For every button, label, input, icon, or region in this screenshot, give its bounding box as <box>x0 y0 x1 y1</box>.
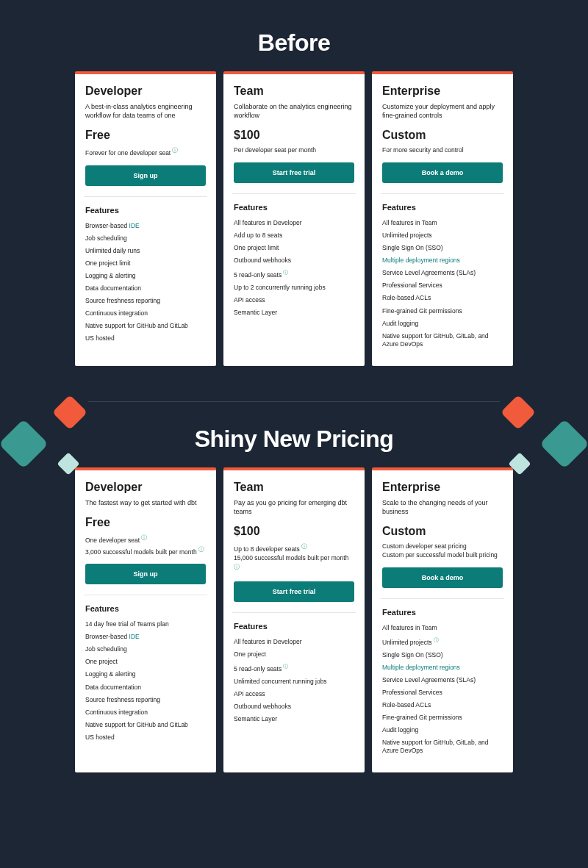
features-heading: Features <box>85 206 206 215</box>
feature-item: Native support for GitHub, GitLab, and A… <box>382 739 503 755</box>
feature-item: One project limit <box>85 259 206 268</box>
feature-item: All features in Team <box>382 624 503 632</box>
feature-item: Up to 2 concurrently running jobs <box>234 284 354 292</box>
feature-item: US hosted <box>85 734 206 742</box>
feature-item: Semantic Layer <box>234 715 354 723</box>
features-heading: Features <box>234 622 354 631</box>
info-icon[interactable]: ⓘ <box>300 543 307 550</box>
feature-item: Fine-grained Git permissions <box>382 714 503 722</box>
features-list: All features in TeamUnlimited projectsSi… <box>382 219 503 348</box>
feature-item: Role-based ACLs <box>382 701 503 709</box>
plan-tagline: Scale to the changing needs of your busi… <box>382 498 503 516</box>
feature-item: Service Level Agreements (SLAs) <box>382 676 503 684</box>
feature-item: Data documentation <box>85 684 206 692</box>
feature-item: 5 read-only seats ⓘ <box>234 269 354 279</box>
card-divider <box>84 196 207 197</box>
plan-name: Developer <box>85 481 206 494</box>
pricing-card: DeveloperThe fastest way to get started … <box>75 467 216 772</box>
feature-item: All features in Team <box>382 219 503 227</box>
feature-item: Logging & alerting <box>85 272 206 280</box>
plan-cta-button[interactable]: Sign up <box>85 165 206 186</box>
feature-item: Data documentation <box>85 284 206 293</box>
feature-item: Continuous integration <box>85 309 206 318</box>
card-divider <box>381 598 504 599</box>
feature-item: Audit logging <box>382 320 503 328</box>
info-icon[interactable]: ⓘ <box>432 637 439 642</box>
feature-item: Continuous integration <box>85 709 206 717</box>
feature-item: API access <box>234 296 354 304</box>
feature-item: Single Sign On (SSO) <box>382 651 503 659</box>
info-icon[interactable]: ⓘ <box>234 564 240 570</box>
card-divider <box>381 193 504 194</box>
feature-item: Source freshness reporting <box>85 696 206 704</box>
feature-item: Semantic Layer <box>234 309 354 317</box>
card-divider <box>232 612 356 613</box>
plan-price: Free <box>85 129 206 142</box>
feature-item: Multiple deployment regions <box>382 664 503 672</box>
pricing-card: EnterpriseScale to the changing needs of… <box>372 467 513 772</box>
feature-item: Logging & alerting <box>85 670 206 678</box>
feature-item: Professional Services <box>382 281 503 290</box>
card-divider <box>232 193 356 194</box>
card-divider <box>84 595 207 595</box>
plan-caption: Forever for one developer seat ⓘ <box>85 146 206 158</box>
plan-price: Custom <box>382 525 503 538</box>
feature-item: Fine-grained Git permissions <box>382 307 503 315</box>
plan-cta-button[interactable]: Start free trial <box>234 581 354 602</box>
info-icon[interactable]: ⓘ <box>197 546 204 553</box>
feature-item: Native support for GitHub, GitLab, and A… <box>382 332 503 348</box>
feature-item: Outbound webhooks <box>234 703 354 711</box>
plan-tagline: The fastest way to get started with dbt <box>85 498 206 507</box>
feature-item: Single Sign On (SSO) <box>382 244 503 252</box>
pricing-card: TeamCollaborate on the analytics enginee… <box>223 71 365 366</box>
plan-tagline: Collaborate on the analytics engineering… <box>234 102 354 120</box>
feature-item: All features in Developer <box>234 219 354 227</box>
plan-name: Team <box>234 481 354 494</box>
feature-item: Browser-based IDE <box>85 222 206 230</box>
feature-item: Outbound webhooks <box>234 257 354 265</box>
plan-caption: Up to 8 developer seats ⓘ15,000 successf… <box>234 542 354 574</box>
feature-item: Unlimited concurrent running jobs <box>234 678 354 686</box>
plan-price: Free <box>85 516 206 529</box>
features-heading: Features <box>85 604 206 613</box>
feature-item: Multiple deployment regions <box>382 257 503 265</box>
feature-item: Unlimited projects ⓘ <box>382 636 503 647</box>
plan-cta-button[interactable]: Book a demo <box>382 162 503 183</box>
feature-item: Job scheduling <box>85 234 206 243</box>
plan-price: $100 <box>234 129 354 142</box>
info-icon[interactable]: ⓘ <box>282 270 288 275</box>
features-list: Browser-based IDEJob schedulingUnlimited… <box>85 222 206 342</box>
info-icon[interactable]: ⓘ <box>171 147 178 154</box>
info-icon[interactable]: ⓘ <box>282 664 288 669</box>
pricing-card: TeamPay as you go pricing for emerging d… <box>223 467 365 772</box>
plan-price: Custom <box>382 129 503 142</box>
feature-item: Job scheduling <box>85 645 206 653</box>
feature-link[interactable]: IDE <box>129 633 140 640</box>
plan-name: Enterprise <box>382 481 503 494</box>
plan-caption: Per developer seat per month <box>234 146 354 155</box>
plan-name: Enterprise <box>382 85 503 98</box>
pricing-card: DeveloperA best-in-class analytics engin… <box>75 71 216 366</box>
plan-tagline: Customize your deployment and apply fine… <box>382 102 503 120</box>
plan-name: Developer <box>85 85 206 98</box>
feature-item: Role-based ACLs <box>382 294 503 302</box>
plan-cta-button[interactable]: Book a demo <box>382 567 503 588</box>
feature-link[interactable]: IDE <box>129 222 140 229</box>
plan-caption: Custom developer seat pricingCustom per … <box>382 542 503 560</box>
plan-cta-button[interactable]: Start free trial <box>234 162 354 183</box>
feature-item: Source freshness reporting <box>85 297 206 305</box>
feature-item: US hosted <box>85 334 206 342</box>
feature-item: Audit logging <box>382 726 503 734</box>
feature-item: Browser-based IDE <box>85 633 206 641</box>
plan-caption: One developer seat ⓘ3,000 successful mod… <box>85 534 206 556</box>
feature-item: Unlimited daily runs <box>85 247 206 255</box>
plan-cta-button[interactable]: Sign up <box>85 564 206 584</box>
feature-item: Service Level Agreements (SLAs) <box>382 269 503 277</box>
features-list: 14 day free trial of Teams planBrowser-b… <box>85 620 206 741</box>
features-heading: Features <box>382 203 503 212</box>
info-icon[interactable]: ⓘ <box>140 534 147 541</box>
feature-item: Unlimited projects <box>382 232 503 240</box>
plan-price: $100 <box>234 525 354 538</box>
feature-item: Professional Services <box>382 689 503 697</box>
feature-item: API access <box>234 690 354 698</box>
